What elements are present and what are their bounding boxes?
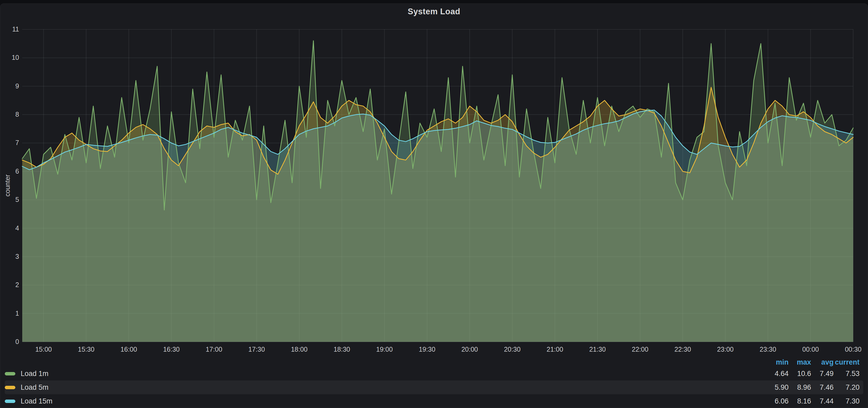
dashboard-page: System Load counter 01234567891011 15:00… (0, 0, 868, 408)
legend-stat-min: 5.90 (762, 383, 788, 392)
y-tick-label: 5 (0, 196, 19, 203)
y-tick-label: 11 (0, 25, 19, 33)
legend-row-load-1m[interactable]: Load 1m4.6410.67.497.53 (5, 367, 863, 380)
x-tick-label: 20:30 (504, 346, 521, 353)
legend: minmaxavgcurrentLoad 1m4.6410.67.497.53L… (0, 358, 868, 408)
x-tick-label: 16:30 (163, 346, 180, 353)
legend-stat-max: 8.96 (788, 383, 811, 392)
series-color-swatch-icon[interactable] (5, 372, 16, 375)
x-tick-label: 21:30 (589, 346, 606, 353)
legend-series-label[interactable]: Load 1m (21, 370, 49, 378)
legend-stat-avg: 7.46 (811, 383, 834, 392)
legend-sort-avg[interactable]: avg (811, 358, 834, 367)
panel-title[interactable]: System Load (0, 7, 868, 16)
x-tick-label: 19:30 (418, 346, 435, 353)
x-tick-label: 23:00 (717, 346, 734, 353)
x-tick-label: 20:00 (461, 346, 478, 353)
legend-sort-min[interactable]: min (762, 358, 788, 367)
y-tick-label: 7 (0, 139, 19, 146)
y-tick-label: 3 (0, 253, 19, 260)
legend-sort-max[interactable]: max (788, 358, 811, 367)
x-tick-label: 22:30 (675, 346, 691, 353)
x-tick-label: 00:30 (845, 346, 862, 353)
series-color-swatch-icon[interactable] (5, 386, 16, 389)
x-tick-label: 15:30 (78, 346, 95, 353)
x-tick-label: 16:00 (121, 346, 137, 353)
y-axis-title: counter (4, 174, 11, 196)
legend-stat-avg: 7.49 (811, 370, 834, 378)
legend-row-load-5m[interactable]: Load 5m5.908.967.467.20 (5, 380, 863, 394)
x-tick-label: 17:30 (248, 346, 265, 353)
x-tick-label: 00:00 (802, 346, 819, 353)
legend-row-load-15m[interactable]: Load 15m6.068.167.447.30 (5, 394, 863, 408)
y-tick-label: 10 (0, 54, 19, 61)
legend-stat-min: 6.06 (762, 397, 788, 405)
x-tick-label: 23:30 (760, 346, 776, 353)
y-tick-label: 2 (0, 281, 19, 289)
x-tick-label: 17:00 (206, 346, 222, 353)
y-tick-label: 0 (0, 338, 19, 346)
y-tick-label: 9 (0, 82, 19, 90)
y-tick-label: 4 (0, 224, 19, 232)
legend-stat-current: 7.30 (834, 397, 860, 405)
x-tick-label: 18:30 (334, 346, 350, 353)
legend-stat-avg: 7.44 (811, 397, 834, 405)
legend-header-row: minmaxavgcurrent (5, 358, 863, 367)
y-tick-label: 8 (0, 111, 19, 118)
legend-stat-max: 10.6 (788, 370, 811, 378)
y-tick-label: 1 (0, 310, 19, 317)
legend-sort-current[interactable]: current (834, 358, 860, 367)
legend-series-label[interactable]: Load 15m (21, 397, 53, 405)
x-tick-label: 18:00 (291, 346, 308, 353)
y-tick-label: 6 (0, 168, 19, 175)
x-tick-label: 22:00 (632, 346, 649, 353)
legend-stat-max: 8.16 (788, 397, 811, 405)
x-tick-label: 15:00 (35, 346, 52, 353)
x-tick-label: 19:00 (376, 346, 393, 353)
legend-stat-current: 7.20 (834, 383, 860, 392)
legend-series-label[interactable]: Load 5m (21, 383, 49, 392)
legend-stat-min: 4.64 (762, 370, 788, 378)
series-color-swatch-icon[interactable] (5, 400, 16, 403)
legend-stat-current: 7.53 (834, 370, 860, 378)
x-tick-label: 21:00 (547, 346, 563, 353)
